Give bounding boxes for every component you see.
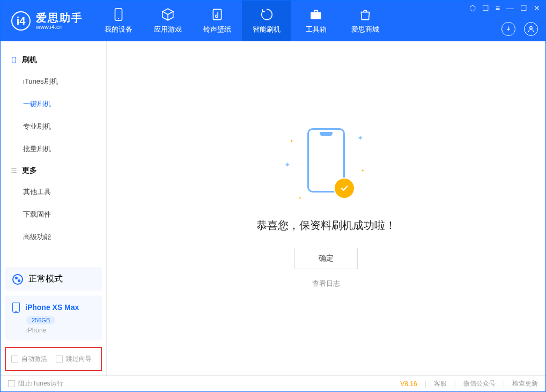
maximize-icon[interactable]: ☐ [520, 4, 527, 12]
section-header-flash: 刷机 [1, 50, 106, 70]
status-bar-right: V8.16 | 客服 | 微信公众号 | 检查更新 [400, 379, 538, 388]
list-icon [10, 167, 18, 174]
app-title-block: 爱思助手 www.i4.cn [36, 12, 83, 30]
check-badge-icon [335, 179, 354, 198]
tab-label: 智能刷机 [253, 25, 281, 34]
mode-icon [12, 274, 23, 285]
device-name: iPhone XS Max [25, 303, 79, 312]
separator: | [454, 380, 456, 388]
phone-icon [112, 8, 126, 21]
sidebar-bottom: 正常模式 iPhone XS Max 256GB iPhone 自动激活 跳过向… [1, 267, 106, 375]
block-itunes-checkbox[interactable]: 阻止iTunes运行 [8, 379, 63, 388]
tab-label: 我的设备 [105, 25, 132, 34]
success-illustration: ✦ ✦ ✦ ✦ ✦ [283, 128, 369, 203]
nav-tabs: 我的设备 应用游戏 铃声壁纸 智能刷机 工具箱 爱思商城 [94, 1, 390, 41]
section-title: 更多 [22, 166, 37, 175]
sparkle-icon: ✦ [298, 196, 302, 201]
section-title: 刷机 [22, 55, 37, 65]
svg-rect-2 [213, 9, 221, 20]
mode-card[interactable]: 正常模式 [5, 267, 102, 291]
checkbox-icon [11, 356, 18, 363]
sidebar-item-pro-flash[interactable]: 专业刷机 [1, 115, 106, 138]
checkbox-skip-guide[interactable]: 跳过向导 [56, 354, 92, 364]
separator: | [503, 380, 505, 388]
tab-ringtone-wallpaper[interactable]: 铃声壁纸 [193, 1, 242, 41]
device-card[interactable]: iPhone XS Max 256GB iPhone [5, 295, 102, 341]
svg-rect-4 [314, 10, 318, 12]
menu-icon[interactable]: ≡ [496, 4, 500, 12]
app-url: www.i4.cn [36, 24, 83, 30]
separator: | [425, 380, 426, 388]
sparkle-icon: ✦ [284, 160, 291, 169]
sidebar-item-batch-flash[interactable]: 批量刷机 [1, 138, 106, 160]
phone-mini-icon [12, 302, 20, 313]
sidebar: 刷机 iTunes刷机 一键刷机 专业刷机 批量刷机 更多 其他工具 下载固件 … [1, 41, 107, 375]
checkbox-label: 阻止iTunes运行 [18, 379, 63, 388]
tab-label: 工具箱 [306, 25, 327, 34]
svg-point-5 [530, 26, 533, 29]
highlighted-checkbox-row: 自动激活 跳过向导 [5, 347, 102, 371]
sidebar-nav: 刷机 iTunes刷机 一键刷机 专业刷机 批量刷机 更多 其他工具 下载固件 … [1, 41, 106, 267]
status-bar: 阻止iTunes运行 V8.16 | 客服 | 微信公众号 | 检查更新 [1, 375, 545, 391]
window-controls: ⬡ ☐ ≡ — ☐ ✕ [469, 4, 540, 12]
app-header: i4 爱思助手 www.i4.cn 我的设备 应用游戏 铃声壁纸 智能刷机 工具… [1, 1, 545, 41]
svg-rect-3 [311, 12, 321, 19]
support-link[interactable]: 客服 [434, 379, 447, 388]
sparkle-icon: ✦ [357, 134, 364, 142]
shopping-bag-icon [358, 8, 372, 21]
confirm-button[interactable]: 确定 [294, 248, 358, 269]
checkbox-label: 跳过向导 [66, 354, 92, 364]
success-message: 恭喜您，保资料刷机成功啦！ [256, 218, 396, 233]
mode-label: 正常模式 [28, 273, 63, 285]
download-icon[interactable] [501, 22, 515, 36]
app-body: 刷机 iTunes刷机 一键刷机 专业刷机 批量刷机 更多 其他工具 下载固件 … [1, 41, 545, 375]
sidebar-item-advanced[interactable]: 高级功能 [1, 226, 106, 248]
tab-store[interactable]: 爱思商城 [341, 1, 390, 41]
close-icon[interactable]: ✕ [534, 4, 540, 12]
section-more-items: 其他工具 下载固件 高级功能 [1, 181, 106, 248]
svg-point-1 [118, 18, 119, 19]
device-icon [10, 56, 18, 64]
svg-rect-6 [12, 57, 16, 63]
sparkle-icon: ✦ [290, 139, 293, 144]
check-update-link[interactable]: 检查更新 [512, 379, 538, 388]
logo-area: i4 爱思助手 www.i4.cn [1, 11, 94, 31]
music-file-icon [210, 8, 224, 21]
device-type: iPhone [26, 327, 94, 334]
tab-label: 应用游戏 [154, 25, 182, 34]
sparkle-icon: ✦ [361, 168, 365, 173]
checkbox-auto-activate[interactable]: 自动激活 [11, 354, 47, 364]
sidebar-item-download-firmware[interactable]: 下载固件 [1, 203, 106, 226]
tab-toolbox[interactable]: 工具箱 [291, 1, 341, 41]
app-name: 爱思助手 [36, 12, 83, 24]
checkbox-label: 自动激活 [21, 354, 47, 364]
sidebar-item-other-tools[interactable]: 其他工具 [1, 181, 106, 203]
tab-label: 铃声壁纸 [203, 25, 231, 34]
checkbox-icon [8, 380, 15, 387]
toolbox-icon [309, 8, 323, 21]
section-header-more: 更多 [1, 160, 106, 181]
tab-label: 爱思商城 [351, 25, 379, 34]
refresh-shield-icon [260, 8, 274, 21]
user-icon[interactable] [524, 22, 538, 36]
feedback-icon[interactable]: ☐ [482, 4, 489, 12]
sidebar-item-oneclick-flash[interactable]: 一键刷机 [1, 93, 106, 115]
tab-smart-flash[interactable]: 智能刷机 [242, 1, 291, 41]
app-logo-icon: i4 [11, 11, 31, 31]
main-content: ✦ ✦ ✦ ✦ ✦ 恭喜您，保资料刷机成功啦！ 确定 查看日志 [107, 41, 545, 375]
device-row: iPhone XS Max [12, 302, 94, 313]
sidebar-item-itunes-flash[interactable]: iTunes刷机 [1, 70, 106, 93]
device-storage-badge: 256GB [26, 316, 55, 324]
minimize-icon[interactable]: — [506, 4, 514, 12]
shirt-icon[interactable]: ⬡ [469, 4, 476, 12]
header-right-icons [501, 22, 538, 36]
section-flash-items: iTunes刷机 一键刷机 专业刷机 批量刷机 [1, 70, 106, 160]
cube-icon [161, 8, 175, 21]
view-log-link[interactable]: 查看日志 [312, 279, 340, 289]
checkbox-icon [56, 356, 63, 363]
wechat-link[interactable]: 微信公众号 [463, 379, 496, 388]
tab-apps-games[interactable]: 应用游戏 [143, 1, 193, 41]
version-label: V8.16 [400, 380, 417, 388]
tab-my-device[interactable]: 我的设备 [94, 1, 143, 41]
